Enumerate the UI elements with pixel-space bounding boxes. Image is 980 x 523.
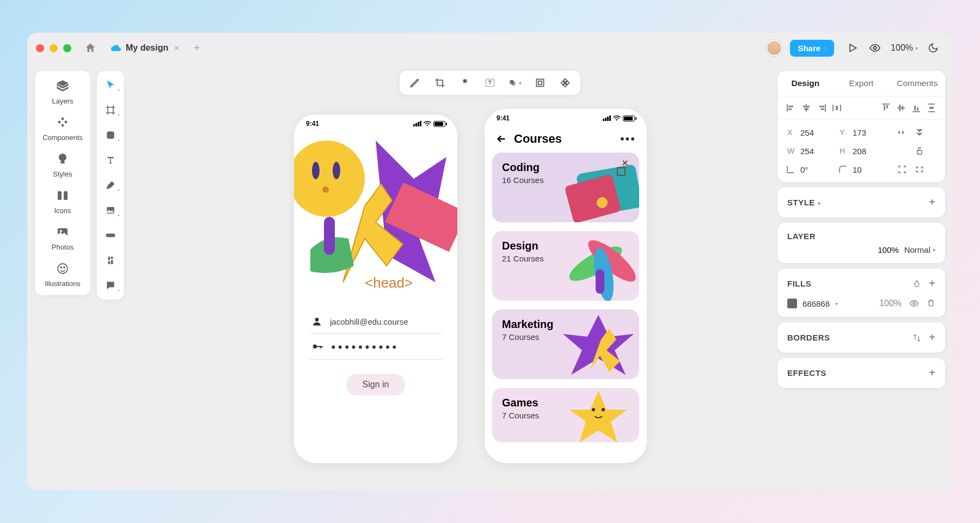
tab-comments[interactable]: Comments	[889, 71, 945, 96]
svg-point-4	[60, 230, 62, 232]
component-tool[interactable]	[102, 252, 119, 269]
shape-tool[interactable]: ▸	[102, 126, 119, 144]
layer-opacity[interactable]: 100%	[878, 245, 898, 254]
add-style-button[interactable]: +	[929, 196, 935, 209]
align-left-icon[interactable]	[786, 103, 796, 113]
edit-icon[interactable]	[408, 76, 421, 89]
text-tool[interactable]	[102, 151, 119, 169]
canvas[interactable]: 9:41 <head>	[136, 104, 773, 479]
image-tool[interactable]: ▸	[102, 202, 119, 219]
add-border-button[interactable]: +	[929, 331, 935, 344]
resize-icon[interactable]	[897, 165, 907, 174]
add-effect-button[interactable]: +	[929, 367, 935, 379]
close-window-button[interactable]	[36, 44, 44, 52]
angle-value[interactable]: 0°	[800, 165, 833, 174]
chevron-down-icon: ▾	[824, 45, 826, 51]
svg-point-41	[602, 408, 605, 411]
back-arrow-icon[interactable]	[495, 133, 507, 145]
close-tab-icon[interactable]: ✕	[174, 44, 180, 52]
fill-swatch[interactable]	[787, 299, 797, 308]
nav-styles[interactable]: Styles	[53, 151, 72, 178]
svg-rect-14	[536, 79, 543, 86]
artboard-courses[interactable]: 9:41 Courses ••• Coding 16 Courses	[485, 109, 647, 463]
svg-point-19	[312, 162, 320, 179]
password-dots[interactable]: ●●●●●●●●●●	[331, 342, 399, 351]
align-vcenter-icon[interactable]	[896, 103, 906, 113]
course-card-marketing[interactable]: Marketing 7 Courses	[492, 309, 639, 379]
course-card-design[interactable]: Design 21 Courses	[492, 231, 639, 301]
add-fill-button[interactable]: +	[929, 277, 935, 290]
chevron-down-icon[interactable]: ▾	[835, 301, 838, 307]
home-button[interactable]	[84, 42, 96, 54]
pen-tool[interactable]: ▸	[102, 177, 119, 194]
fill-icon[interactable]: ▾	[509, 76, 522, 89]
document-tab[interactable]: My design ✕	[104, 38, 186, 58]
nav-icons[interactable]: Icons	[54, 188, 71, 215]
nav-components[interactable]: Components	[42, 115, 83, 142]
svg-rect-46	[803, 106, 810, 107]
group-icon[interactable]	[534, 76, 547, 89]
wifi-icon	[613, 115, 621, 121]
y-value[interactable]: 173	[853, 128, 885, 137]
tab-export[interactable]: Export	[834, 71, 890, 96]
adjust-icon[interactable]	[458, 76, 471, 89]
frame-tool[interactable]: ▸	[102, 101, 119, 119]
zoom-level[interactable]: 100% ▾	[891, 43, 918, 53]
email-input[interactable]	[330, 317, 440, 326]
crop-icon[interactable]	[433, 76, 446, 89]
svg-point-21	[322, 186, 329, 193]
email-field-row	[309, 309, 442, 334]
more-menu-icon[interactable]: •••	[620, 132, 636, 146]
person-icon	[311, 316, 322, 327]
artboard-signin[interactable]: 9:41 <head>	[294, 114, 457, 463]
eye-icon[interactable]	[909, 299, 919, 308]
course-card-games[interactable]: Games 7 Courses	[492, 388, 639, 442]
w-value[interactable]: 254	[800, 147, 833, 156]
course-card-coding[interactable]: Coding 16 Courses	[492, 153, 639, 222]
flip-v-icon[interactable]	[915, 127, 924, 137]
comment-tool[interactable]: ▸	[102, 277, 119, 294]
signin-button[interactable]: Sign in	[346, 374, 406, 396]
h-value[interactable]: 208	[853, 147, 885, 156]
select-tool[interactable]: ▸	[102, 76, 119, 94]
trash-icon[interactable]	[927, 299, 935, 307]
signal-icon	[413, 121, 421, 126]
styles-icon	[55, 151, 70, 167]
layer-panel: LAYER 100% Normal ▾	[777, 223, 945, 263]
lock-aspect-icon[interactable]	[915, 146, 924, 156]
nav-layers[interactable]: Layers	[52, 78, 73, 105]
fill-hex[interactable]: 686868	[803, 299, 830, 308]
x-value[interactable]: 254	[800, 128, 833, 137]
play-preview-button[interactable]	[847, 42, 858, 53]
user-avatar[interactable]	[766, 40, 782, 56]
align-bottom-icon[interactable]	[911, 103, 921, 113]
tidy-icon[interactable]	[559, 76, 572, 89]
align-top-icon[interactable]	[881, 103, 891, 113]
dark-mode-toggle[interactable]	[928, 42, 939, 53]
distribute-v-icon[interactable]	[927, 103, 936, 113]
nav-illustrations[interactable]: Illustrations	[45, 261, 81, 288]
svg-point-24	[315, 318, 319, 321]
radius-value[interactable]: 10	[853, 165, 885, 174]
align-right-icon[interactable]	[817, 103, 826, 113]
minimize-window-button[interactable]	[50, 44, 58, 52]
share-button[interactable]: Share ▾	[790, 40, 834, 57]
visibility-toggle[interactable]	[869, 42, 881, 54]
align-hcenter-icon[interactable]	[801, 103, 811, 113]
phone-status-bar: 9:41	[485, 109, 647, 124]
clip-icon[interactable]	[915, 165, 924, 174]
button-tool[interactable]	[102, 227, 119, 244]
new-tab-button[interactable]: +	[194, 42, 200, 54]
flip-h-icon[interactable]	[896, 127, 906, 137]
nav-photos[interactable]: Photos	[52, 224, 74, 251]
blend-mode[interactable]: Normal ▾	[904, 245, 935, 254]
distribute-h-icon[interactable]	[832, 103, 842, 113]
svg-rect-15	[538, 81, 542, 85]
text-edit-icon[interactable]	[483, 76, 497, 89]
swap-icon[interactable]	[912, 333, 921, 342]
droplet-icon[interactable]	[912, 279, 921, 288]
tab-design[interactable]: Design	[777, 71, 834, 96]
svg-rect-44	[788, 108, 792, 110]
maximize-window-button[interactable]	[63, 44, 71, 52]
fill-opacity[interactable]: 100%	[879, 299, 902, 308]
